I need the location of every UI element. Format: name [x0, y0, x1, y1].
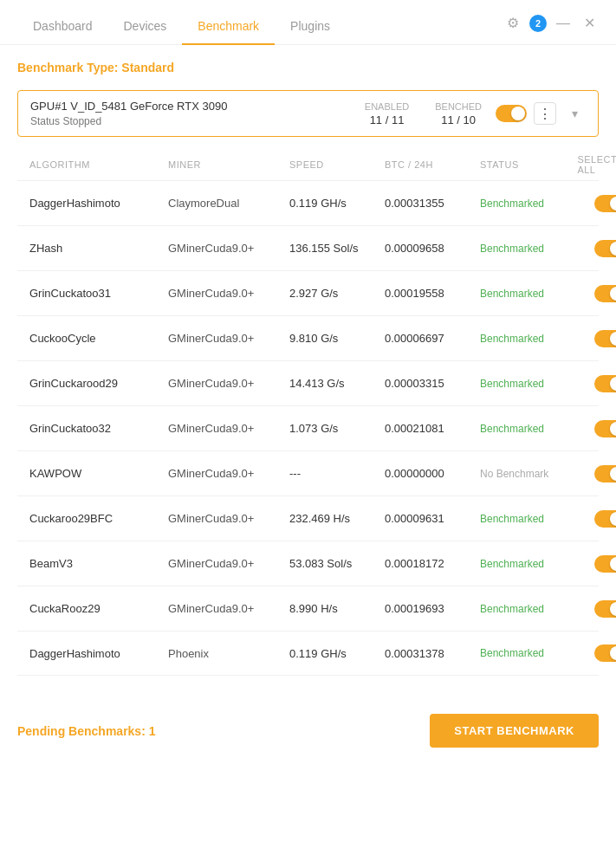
cell-algorithm: ZHash [29, 242, 168, 255]
col-header-speed: SPEED [289, 159, 385, 170]
cell-btc: 0.00021081 [385, 422, 480, 435]
row-actions: ⚙ [584, 508, 616, 530]
gpu-benched-label: BENCHED [435, 101, 482, 112]
gpu-benched-value: 11 / 10 [435, 113, 482, 126]
cell-algorithm: GrinCuckarood29 [29, 377, 168, 390]
row-toggle[interactable] [594, 195, 616, 212]
gpu-stats: ENABLED 11 / 11 BENCHED 11 / 10 [365, 101, 482, 126]
benchmark-type-value: Standard [121, 61, 174, 74]
cell-algorithm: CuckaRooz29 [29, 602, 168, 615]
col-header-btc24h: BTC / 24H [385, 159, 480, 170]
cell-status: Benchmarked [480, 423, 584, 435]
pending-benchmarks: Pending Benchmarks: 1 [17, 724, 156, 738]
cell-speed: 0.119 GH/s [289, 197, 385, 210]
table-row: DaggerHashimoto ClaymoreDual 0.119 GH/s … [17, 180, 599, 225]
gpu-enabled-stat: ENABLED 11 / 11 [365, 101, 409, 126]
cell-btc: 0.00019558 [385, 287, 480, 300]
col-header-status: STATUS [480, 159, 584, 170]
col-header-miner: MINER [168, 159, 289, 170]
cell-status: Benchmarked [480, 198, 584, 210]
cell-miner: GMinerCuda9.0+ [168, 377, 289, 390]
select-all-label: SELECT ALL [577, 154, 616, 175]
table-row: Cuckaroo29BFC GMinerCuda9.0+ 232.469 H/s… [17, 496, 599, 541]
row-toggle[interactable] [594, 240, 616, 257]
row-actions: ⚙ [584, 642, 616, 664]
cell-speed: 2.927 G/s [289, 287, 385, 300]
cell-status: Benchmarked [480, 558, 584, 570]
table-row: GrinCuckatoo31 GMinerCuda9.0+ 2.927 G/s … [17, 270, 599, 315]
row-toggle[interactable] [594, 375, 616, 392]
row-actions: ⚙ [584, 237, 616, 260]
settings-icon[interactable]: ⚙ [503, 14, 522, 33]
cell-btc: 0.00003315 [385, 377, 480, 390]
cell-miner: GMinerCuda9.0+ [168, 557, 289, 570]
cell-speed: 8.990 H/s [289, 602, 385, 615]
table-row: ZHash GMinerCuda9.0+ 136.155 Sol/s 0.000… [17, 225, 599, 270]
cell-miner: GMinerCuda9.0+ [168, 332, 289, 345]
row-actions: ⚙ [584, 463, 616, 485]
notification-badge[interactable]: 2 [529, 15, 547, 32]
cell-status: Benchmarked [480, 378, 584, 390]
benchmark-type-label: Benchmark Type: [17, 61, 118, 74]
row-actions: ⚙ [584, 598, 616, 620]
cell-btc: 0.00000000 [385, 467, 480, 480]
row-toggle[interactable] [594, 555, 616, 573]
gpu-name: GPU#1 V_ID_5481 GeForce RTX 3090 [30, 100, 365, 113]
cell-miner: GMinerCuda9.0+ [168, 422, 289, 435]
cell-algorithm: Cuckaroo29BFC [29, 512, 168, 525]
cell-algorithm: KAWPOW [29, 467, 168, 480]
table-header: ALGORITHM MINER SPEED BTC / 24H STATUS S… [17, 149, 599, 180]
cell-status: Benchmarked [480, 288, 584, 300]
tab-benchmark[interactable]: Benchmark [182, 10, 275, 45]
table-row: GrinCuckatoo32 GMinerCuda9.0+ 1.073 G/s … [17, 405, 599, 450]
cell-algorithm: DaggerHashimoto [29, 197, 168, 210]
row-toggle[interactable] [594, 285, 616, 302]
cell-miner: GMinerCuda9.0+ [168, 287, 289, 300]
cell-btc: 0.00019693 [385, 602, 480, 615]
close-icon[interactable]: ✕ [580, 14, 599, 33]
row-toggle[interactable] [594, 600, 616, 618]
cell-speed: 232.469 H/s [289, 512, 385, 525]
content: Benchmark Type: Standard GPU#1 V_ID_5481… [0, 45, 616, 691]
col-header-algorithm: ALGORITHM [29, 159, 168, 170]
row-toggle[interactable] [594, 510, 616, 528]
cell-algorithm: GrinCuckatoo31 [29, 287, 168, 300]
gpu-benched-stat: BENCHED 11 / 10 [435, 101, 482, 126]
cell-status: Benchmarked [480, 513, 584, 525]
cell-status: Benchmarked [480, 647, 584, 659]
cell-status: Benchmarked [480, 243, 584, 255]
gpu-enabled-label: ENABLED [365, 101, 409, 112]
cell-status: No Benchmark [480, 468, 584, 480]
table-body: DaggerHashimoto ClaymoreDual 0.119 GH/s … [17, 180, 599, 676]
row-actions: ⚙ [584, 372, 616, 395]
tab-plugins[interactable]: Plugins [275, 10, 346, 45]
cell-miner: GMinerCuda9.0+ [168, 602, 289, 615]
cell-speed: 136.155 Sol/s [289, 242, 385, 255]
tab-dashboard[interactable]: Dashboard [17, 10, 108, 45]
gpu-expand-button[interactable]: ▾ [563, 102, 586, 125]
gpu-menu-button[interactable]: ⋮ [534, 102, 556, 125]
row-actions: ⚙ [584, 327, 616, 350]
row-actions: ⚙ [584, 553, 616, 575]
cell-status: Benchmarked [480, 603, 584, 615]
gpu-toggle[interactable] [496, 105, 527, 122]
cell-btc: 0.00006697 [385, 332, 480, 345]
row-toggle[interactable] [594, 420, 616, 437]
tab-devices[interactable]: Devices [108, 10, 183, 45]
cell-btc: 0.00009658 [385, 242, 480, 255]
start-benchmark-button[interactable]: START BENCHMARK [430, 714, 599, 748]
table-row: GrinCuckarood29 GMinerCuda9.0+ 14.413 G/… [17, 360, 599, 405]
cell-miner: ClaymoreDual [168, 197, 289, 210]
cell-speed: 0.119 GH/s [289, 647, 385, 660]
gpu-info: GPU#1 V_ID_5481 GeForce RTX 3090 Status … [30, 100, 365, 127]
cell-btc: 0.00018172 [385, 557, 480, 570]
table-row: DaggerHashimoto Phoenix 0.119 GH/s 0.000… [17, 631, 599, 676]
row-toggle[interactable] [594, 330, 616, 347]
row-toggle[interactable] [594, 644, 616, 662]
row-actions: ⚙ [584, 192, 616, 215]
minimize-icon[interactable]: — [554, 14, 573, 33]
cell-algorithm: BeamV3 [29, 557, 168, 570]
gpu-status: Status Stopped [30, 115, 365, 127]
cell-algorithm: CuckooCycle [29, 332, 168, 345]
row-toggle[interactable] [594, 465, 616, 483]
